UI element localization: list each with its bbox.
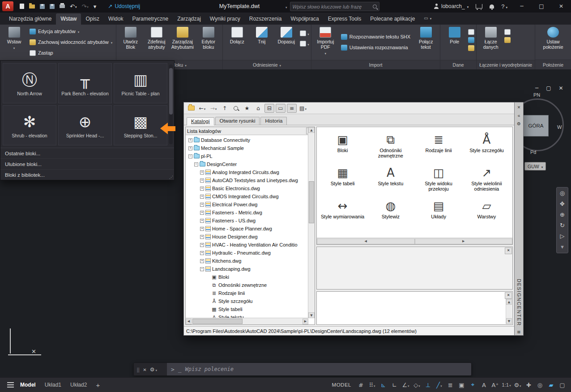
back-icon[interactable]: ← — [197, 104, 207, 113]
scrollbar-thumb[interactable] — [192, 319, 243, 324]
block-tile-sprinkler-head[interactable]: ⊕Sprinkler Head -... — [58, 105, 112, 145]
tab-wstaw[interactable]: Wstaw — [56, 13, 81, 25]
ortho-icon[interactable]: ∟ — [389, 380, 400, 390]
layout-tab-model[interactable]: Model — [20, 382, 36, 388]
scroll-right-icon[interactable]: ▶ — [303, 319, 308, 324]
infer-constraints-icon[interactable]: ⊾ — [378, 380, 388, 390]
close-preview-icon[interactable] — [505, 247, 512, 254]
undo-icon[interactable]: ↶ — [70, 3, 77, 10]
tree-item-landscaping-dwg[interactable]: −Landscaping.dwg — [187, 265, 307, 273]
dc-tab-katalogi[interactable]: Katalogi — [187, 117, 214, 125]
expand-icon[interactable]: + — [188, 146, 192, 150]
content-item-układy[interactable]: ▤Układy — [415, 199, 463, 219]
snap-icon[interactable]: ⠿ — [367, 380, 377, 390]
pan-icon[interactable]: ✥ — [560, 201, 565, 207]
gallery-menu-ulubione-bloki[interactable]: Ulubione bloki... — [0, 158, 174, 169]
clean-screen-icon[interactable]: ▢ — [557, 380, 567, 390]
redo-icon[interactable]: ↷ — [81, 3, 88, 10]
zdefiniuj-atrybuty-button[interactable]: Zdefiniujatrybuty — [144, 26, 169, 50]
scroll-left-icon[interactable]: ◀ — [317, 239, 415, 244]
graphics-performance-icon[interactable]: ▰ — [546, 380, 556, 390]
edycja-atrybutów-button[interactable]: Edycja atrybutów — [28, 26, 114, 37]
application-menu-button[interactable]: A — [2, 1, 13, 11]
close-palette-icon[interactable] — [517, 104, 521, 110]
annotation-visibility-icon[interactable]: A — [479, 380, 489, 390]
tree-item-kitchens-dwg[interactable]: +Kitchens.dwg — [187, 257, 307, 265]
tree-item-designcenter[interactable]: −DesignCenter — [187, 160, 307, 168]
expand-icon[interactable]: + — [200, 195, 204, 199]
scroll-up-icon[interactable]: ▲ — [308, 127, 315, 133]
expand-icon[interactable]: + — [200, 219, 204, 223]
palette-properties-icon[interactable] — [517, 121, 521, 126]
collapse-icon[interactable]: − — [188, 154, 192, 158]
expand-icon[interactable]: + — [200, 235, 204, 239]
tree-horizontal-scrollbar[interactable]: ◀ ▶ — [186, 318, 308, 324]
viewcube-top-face[interactable]: GÓRA — [523, 115, 549, 136]
command-input[interactable]: > _ Wpisz polecenie — [167, 363, 471, 375]
tree-item-home-space-planner-dwg[interactable]: +Home - Space Planner.dwg — [187, 225, 307, 233]
content-item-bloki[interactable]: ▣Bloki — [319, 132, 366, 158]
expand-icon[interactable]: + — [200, 259, 204, 263]
qat-customize-icon[interactable]: ▾ — [94, 3, 97, 10]
expand-icon[interactable]: + — [188, 138, 192, 142]
content-item-rodzaje-linii[interactable]: ≣Rodzaje linii — [415, 132, 463, 158]
ucs-dropdown[interactable]: GUW — [524, 162, 546, 170]
insert-block-button[interactable]: Wstaw — [2, 26, 26, 50]
rozpoznawanie-tekstu-shx-button[interactable]: Rozpoznawanie tekstu SHX — [339, 31, 412, 42]
zoom-icon[interactable]: ⊕ — [560, 212, 565, 218]
tree-item-style-tabeli[interactable]: ▦Style tabeli — [187, 305, 307, 313]
expand-icon[interactable]: + — [200, 243, 204, 247]
tree-item-hvac-heating-ventilation-air-conditio[interactable]: +HVAC - Heating Ventilation Air Conditio — [187, 241, 307, 249]
customize-command-button[interactable] — [150, 365, 157, 373]
hamburger-menu-icon[interactable] — [7, 382, 14, 388]
save-icon[interactable] — [40, 4, 45, 9]
tab-współpraca[interactable]: Współpraca — [286, 13, 323, 25]
share-button[interactable]: Udostępnij — [108, 3, 140, 9]
tree-item-database-connectivity[interactable]: +Database Connectivity — [187, 136, 307, 144]
viewcube-north-label[interactable]: PN — [533, 92, 540, 98]
user-account-button[interactable]: loboarch_ — [434, 3, 469, 9]
tree-item-cmos-integrated-circuits-dwg[interactable]: +CMOS Integrated Circuits.dwg — [187, 192, 307, 200]
tab-zarządzaj[interactable]: Zarządzaj — [173, 13, 205, 25]
description-scrollbar[interactable]: ▲ ▼ — [506, 299, 512, 324]
workspace-gear-icon[interactable]: ⚙ — [512, 380, 523, 390]
import-pdf-button[interactable]: Importuj PDF — [313, 26, 338, 55]
dołącz-button[interactable]: Dołącz — [225, 26, 249, 44]
new-file-icon[interactable] — [20, 4, 24, 9]
dc-tab-otwarte-rysunki[interactable]: Otwarte rysunki — [215, 117, 260, 125]
expand-icon[interactable]: + — [200, 203, 204, 207]
search-input[interactable]: Wpisz słowo kluczowe lub frazę — [290, 2, 379, 11]
tree-item-electrical-power-dwg[interactable]: +Electrical Power.dwg — [187, 200, 307, 209]
data-link-button[interactable]: Łącze danych — [478, 26, 503, 50]
scrollbar-thumb[interactable] — [309, 181, 314, 223]
expand-icon[interactable]: + — [200, 170, 204, 175]
zarządzaj-atrybutami-button[interactable]: ZarządzajAtrybutami — [170, 26, 195, 50]
block-tile-picnic-table-plan[interactable]: ▥Picnic Table - plan — [114, 63, 167, 103]
description-toggle-icon[interactable]: ≡ — [287, 104, 297, 113]
expand-icon[interactable]: + — [200, 211, 204, 215]
panel-label-laczenie[interactable]: Łączenie i wyodrębnianie — [477, 60, 535, 69]
window-close-button[interactable]: ✕ — [551, 0, 571, 13]
model-space-button[interactable]: MODEL — [332, 382, 351, 388]
expand-icon[interactable]: + — [200, 251, 204, 255]
tab-rozszerzenia[interactable]: Rozszerzenia — [245, 13, 286, 25]
tree-item-autocad-textstyles-and-linetypes-dwg[interactable]: +AutoCAD Textstyles and Linetypes.dwg — [187, 176, 307, 184]
navigation-wheel-icon[interactable]: ◎ — [560, 190, 565, 196]
utwórz-blok-button[interactable]: UtwórzBlok — [118, 26, 143, 50]
combine-text-button[interactable]: Połącz tekst — [413, 26, 438, 50]
palette-title-strip[interactable]: DESIGNCENTER — [515, 102, 524, 336]
osnap-icon[interactable]: ╱ — [434, 380, 444, 390]
block-tile-shrub-elevation[interactable]: ✻Shrub - elevation — [3, 105, 56, 145]
search-icon[interactable] — [373, 4, 377, 9]
help-button[interactable]: ? — [501, 3, 507, 10]
scroll-down-icon[interactable]: ▼ — [506, 318, 512, 324]
home-icon[interactable]: ⌂ — [253, 104, 263, 113]
isolate-objects-icon[interactable]: ◎ — [535, 380, 545, 390]
tree-item-style-szczegółu[interactable]: ÅStyle szczegółu — [187, 297, 307, 305]
scroll-down-icon[interactable]: ▼ — [308, 312, 315, 318]
block-tile-north-arrow[interactable]: ⓃNorth Arrow — [3, 63, 56, 103]
update-fields-icon[interactable] — [468, 29, 474, 35]
command-grip-icon[interactable] — [136, 365, 140, 373]
tree-item-fasteners-metric-dwg[interactable]: +Fasteners - Metric.dwg — [187, 209, 307, 217]
tnij-button[interactable]: Tnij — [249, 26, 274, 44]
